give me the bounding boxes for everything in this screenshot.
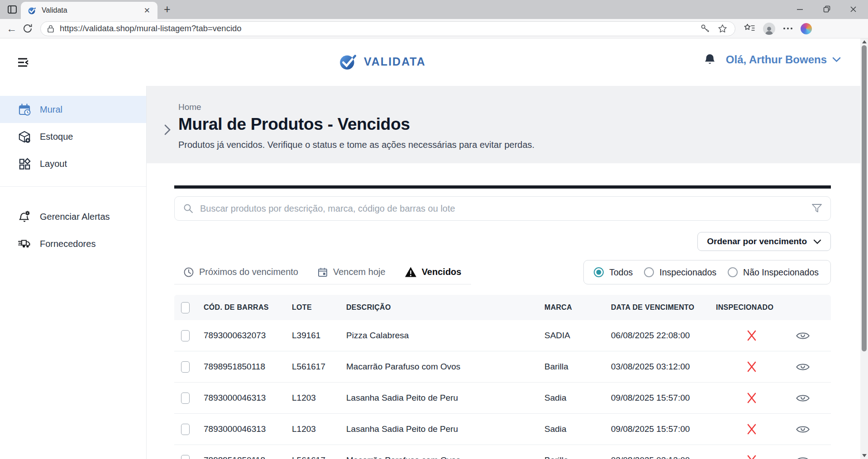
- minimize-button[interactable]: [787, 0, 813, 18]
- user-greeting[interactable]: Olá, Arthur Bowens: [726, 53, 827, 66]
- row-checkbox[interactable]: [181, 424, 190, 435]
- page-scrollbar[interactable]: [860, 38, 868, 459]
- scroll-down-arrow-icon[interactable]: [862, 454, 867, 457]
- sidebar-item-label: Fornecedores: [40, 239, 95, 249]
- view-eye-icon[interactable]: [796, 362, 810, 372]
- favorites-hub-icon[interactable]: [744, 23, 755, 34]
- cell-vencimento: 06/08/2025 22:08:00: [611, 331, 716, 341]
- row-checkbox[interactable]: [181, 455, 190, 459]
- cell-lote: L1203: [292, 424, 346, 434]
- profile-avatar[interactable]: [763, 23, 775, 35]
- tab-title: Validata: [42, 6, 141, 14]
- filter-inspecionados[interactable]: Inspecionados: [644, 267, 716, 278]
- tab-vencidos[interactable]: Vencidos: [405, 266, 462, 278]
- new-tab-button[interactable]: +: [164, 4, 171, 15]
- user-menu-chevron-icon[interactable]: [832, 57, 841, 62]
- view-eye-icon[interactable]: [796, 393, 810, 403]
- column-header[interactable]: LOTE: [292, 303, 346, 312]
- cell-descricao: Macarrão Parafuso com Ovos: [346, 455, 544, 459]
- breadcrumb[interactable]: Home: [178, 102, 847, 112]
- tab-close-icon[interactable]: ✕: [141, 5, 153, 16]
- radio-unchecked-icon[interactable]: [644, 267, 654, 277]
- sidebar-item-gerenciar-alertas[interactable]: Gerenciar Alertas: [0, 203, 146, 230]
- cell-barcode: 7893000046313: [204, 424, 292, 434]
- sidebar-item-fornecedores[interactable]: Fornecedores: [0, 230, 146, 257]
- cell-descricao: Lasanha Sadia Peito de Peru: [346, 393, 544, 403]
- cell-vencimento: 03/08/2025 03:12:00: [611, 362, 716, 372]
- view-eye-icon[interactable]: [796, 455, 810, 459]
- cell-lote: L39161: [292, 331, 346, 341]
- sidebar-item-mural[interactable]: Mural: [0, 96, 146, 123]
- table-row: 7893000046313 L1203 Lasanha Sadia Peito …: [174, 414, 831, 445]
- cell-lote: L1203: [292, 393, 346, 403]
- status-tabs: Próximos do vencimento Vencem hoje Venci…: [174, 260, 471, 284]
- not-inspected-x-icon: [746, 423, 757, 435]
- view-eye-icon[interactable]: [796, 331, 810, 341]
- view-eye-icon[interactable]: [796, 424, 810, 435]
- row-checkbox[interactable]: [181, 330, 190, 341]
- cell-descricao: Lasanha Sadia Peito de Peru: [346, 424, 544, 434]
- content-area: Ordenar por vencimento Próximos do venci…: [147, 185, 860, 459]
- calendar-icon: [317, 267, 328, 278]
- scroll-up-arrow-icon[interactable]: [862, 40, 867, 43]
- row-checkbox[interactable]: [181, 393, 190, 404]
- cell-barcode: 7893000046313: [204, 393, 292, 403]
- filter-todos[interactable]: Todos: [594, 267, 633, 278]
- menu-fold-icon[interactable]: [17, 56, 29, 69]
- scrollbar-thumb[interactable]: [862, 45, 867, 351]
- radio-unchecked-icon[interactable]: [728, 267, 738, 277]
- calendar-clock-icon: [18, 103, 31, 116]
- radio-checked-icon[interactable]: [594, 267, 604, 277]
- tab-label: Próximos do vencimento: [199, 267, 298, 277]
- restore-button[interactable]: [813, 0, 840, 18]
- grid-icon: [18, 158, 31, 170]
- close-button[interactable]: [840, 0, 867, 18]
- table-row: 7893000632073 L39161 Pizza Calabresa SAD…: [174, 320, 831, 351]
- search-input[interactable]: [200, 203, 811, 214]
- filter-nao-inspecionados[interactable]: Não Inspecionados: [728, 267, 819, 278]
- sidebar-item-estoque[interactable]: Estoque: [0, 123, 146, 150]
- column-header[interactable]: DESCRIÇÃO: [346, 303, 544, 312]
- table-header-row: CÓD. DE BARRAS LOTE DESCRIÇÃO MARCA DATA…: [174, 295, 831, 320]
- column-header[interactable]: MARCA: [544, 303, 611, 312]
- brand-text: VALIDATA: [364, 55, 426, 68]
- chevron-down-icon: [813, 239, 821, 244]
- tab-proximos-do-vencimento[interactable]: Próximos do vencimento: [183, 267, 298, 278]
- url-text[interactable]: https://validata.shop/mural-listagem?tab…: [60, 24, 700, 33]
- sidebar-item-layout[interactable]: Layout: [0, 150, 146, 177]
- page-title: Mural de Produtos - Vencidos: [178, 115, 410, 134]
- address-bar[interactable]: https://validata.shop/mural-listagem?tab…: [40, 21, 735, 36]
- cell-lote: L561617: [292, 455, 346, 459]
- search-box[interactable]: [174, 196, 831, 221]
- tab-search-icon[interactable]: [6, 4, 18, 15]
- select-all-checkbox[interactable]: [181, 302, 190, 313]
- browser-tab[interactable]: Validata ✕: [21, 2, 157, 19]
- notification-bell-icon[interactable]: [704, 53, 716, 66]
- not-inspected-x-icon: [746, 454, 757, 459]
- cell-marca: Barilla: [544, 455, 611, 459]
- not-inspected-x-icon: [746, 392, 757, 404]
- cell-marca: Sadia: [544, 393, 611, 403]
- column-header[interactable]: DATA DE VENCIMENTO: [611, 303, 716, 312]
- filter-funnel-icon[interactable]: [811, 203, 822, 213]
- favorite-star-icon[interactable]: [717, 24, 728, 34]
- refresh-icon[interactable]: [22, 23, 33, 34]
- app-header: VALIDATA Olá, Arthur Bowens: [0, 38, 860, 86]
- row-checkbox[interactable]: [181, 361, 190, 373]
- tab-vencem-hoje[interactable]: Vencem hoje: [317, 267, 386, 278]
- products-table: CÓD. DE BARRAS LOTE DESCRIÇÃO MARCA DATA…: [174, 295, 831, 459]
- page-subtitle: Produtos já vencidos. Verifique o status…: [178, 140, 847, 150]
- column-header[interactable]: INSPECIONADO: [716, 303, 787, 312]
- site-lock-icon[interactable]: [46, 24, 55, 33]
- back-icon[interactable]: ←: [6, 23, 17, 35]
- sort-by-expiry-button[interactable]: Ordenar por vencimento: [697, 232, 831, 251]
- sidebar-item-label: Estoque: [40, 132, 73, 142]
- settings-more-icon[interactable]: [783, 27, 793, 30]
- truck-icon: [18, 238, 31, 250]
- password-key-icon[interactable]: [700, 24, 710, 33]
- validata-favicon-icon: [27, 5, 37, 15]
- column-header[interactable]: CÓD. DE BARRAS: [204, 303, 292, 312]
- cell-marca: Sadia: [544, 424, 611, 434]
- filter-label: Todos: [609, 267, 633, 278]
- copilot-icon[interactable]: [801, 23, 812, 34]
